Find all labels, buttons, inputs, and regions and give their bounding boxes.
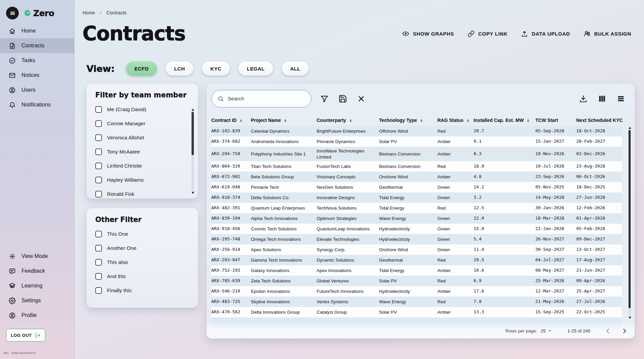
other-filter-option-finally-this[interactable]: Finally this	[95, 283, 189, 298]
sidebar-item-notifications[interactable]: Notifications	[0, 97, 74, 112]
scrollbar-thumb[interactable]	[629, 130, 631, 308]
team-filter-scrollbar[interactable]	[191, 108, 195, 194]
column-header-technology-type[interactable]: Technology Type	[379, 118, 437, 123]
sidebar-item-label: Home	[21, 28, 36, 34]
menu-button[interactable]	[6, 7, 19, 19]
table-row[interactable]: ARX-470-562Delta Innovations GroupCataly…	[211, 307, 622, 317]
download-button[interactable]	[579, 94, 588, 103]
team-filter-option-tony-mcaatee[interactable]: Tony McAatee	[95, 145, 189, 159]
checkbox-icon[interactable]	[95, 245, 102, 252]
column-header-installed-cap-est-mw[interactable]: Installed Cap. Est. MW	[474, 118, 535, 123]
clear-filters-button[interactable]	[357, 94, 366, 103]
sidebar-item-contracts[interactable]: Contracts	[0, 38, 74, 53]
checkbox-icon[interactable]	[95, 177, 102, 183]
sidebar-item-learning[interactable]: Learning	[0, 278, 74, 293]
team-filter-option-veronica-allshot[interactable]: Veronica Allshot	[95, 131, 189, 145]
column-header-contract-id[interactable]: Contract ID	[211, 118, 251, 123]
table-row[interactable]: ARX-482-391Quantum Leap EnterprisesTechN…	[211, 203, 622, 213]
sidebar-item-view-mode[interactable]: View Mode	[0, 249, 74, 264]
table-scrollbar[interactable]	[628, 127, 632, 319]
table-row[interactable]: ARX-864-320Titan Tech SolutionsFusionTec…	[211, 161, 622, 172]
table-row[interactable]: ARX-839-104Alpha Tech InnovationsOptimum…	[211, 213, 622, 224]
column-header-project-name[interactable]: Project Name	[251, 118, 317, 123]
show-graphs-button[interactable]: SHOW GRAPHS	[402, 30, 454, 37]
sidebar-item-tasks[interactable]: Tasks	[0, 53, 74, 68]
copy-link-button[interactable]: COPY LINK	[468, 30, 508, 37]
previous-page-button[interactable]	[604, 327, 611, 334]
cell-tcw-start: 15-Jan-2027	[535, 137, 576, 146]
view-tab-all[interactable]: ALL	[282, 61, 309, 76]
column-header-next-scheduled-kyc[interactable]: Next Scheduled KYC	[576, 118, 622, 123]
bulk-assign-button[interactable]: BULK ASSIGN	[584, 30, 631, 37]
checkbox-icon[interactable]	[95, 134, 102, 141]
columns-button[interactable]	[598, 94, 606, 103]
data-upload-button[interactable]: DATA UPLOAD	[521, 30, 570, 37]
table-row[interactable]: ARX-918-374Delta Solutions Co.Innovative…	[211, 192, 622, 203]
table-row[interactable]: ARX-619-048Pinnacle TechNexGen Solutions…	[211, 182, 622, 192]
table-row[interactable]: ARX-203-847Gamma Tech InnovationsDynamic…	[211, 255, 622, 265]
sidebar-item-home[interactable]: Home	[0, 24, 74, 38]
column-header-tcw-start[interactable]: TCW Start	[535, 118, 576, 123]
table-row[interactable]: ARX-752-193Galaxy InnovationsApex Innova…	[211, 265, 622, 276]
team-filter-option-me-craig-david[interactable]: Me (Craig David)	[95, 102, 189, 117]
scroll-up-icon[interactable]	[629, 127, 631, 129]
other-filter-option-this-also[interactable]: This also	[95, 255, 189, 269]
checkbox-icon[interactable]	[95, 191, 102, 197]
checkbox-icon[interactable]	[95, 287, 102, 294]
cell-rag-status: Green	[437, 214, 474, 223]
checkbox-icon[interactable]	[95, 148, 102, 155]
table-row[interactable]: ARX-102-839Celestial DynamicsBrightFutur…	[211, 126, 622, 136]
checkbox-icon[interactable]	[95, 259, 102, 266]
table-row[interactable]: ARX-672-981Beta Solutions GroupVisionary…	[211, 172, 622, 182]
column-header-rag-status[interactable]: RAG Status	[437, 118, 474, 123]
checkbox-icon[interactable]	[95, 273, 102, 280]
cell-installed-cap-est-mw: 17.6	[474, 287, 535, 296]
view-tab-legal[interactable]: LEGAL	[238, 61, 273, 76]
table-row[interactable]: ARX-295-748Omega Tech InnovationsElevate…	[211, 234, 622, 244]
sidebar-item-label: Contracts	[21, 43, 44, 49]
team-filter-option-ronald-fisk[interactable]: Ronald Fisk	[95, 187, 189, 198]
checkbox-icon[interactable]	[95, 120, 102, 127]
logout-button[interactable]: LOG OUT	[6, 329, 45, 342]
sidebar-item-profile[interactable]: Profile	[0, 308, 74, 323]
scroll-up-icon[interactable]	[192, 108, 194, 111]
breadcrumb-home[interactable]: Home	[83, 10, 95, 15]
table-row[interactable]: ARX-483-725Skyline InnovationsVertex Sys…	[211, 297, 622, 307]
checkbox-icon[interactable]	[95, 231, 102, 237]
other-filter-option-this-one[interactable]: This One	[95, 227, 189, 241]
cell-project-name: Polyphony Industries Site 1	[251, 150, 317, 159]
team-filter-option-linford-christie[interactable]: Linford Christie	[95, 159, 189, 173]
sidebar-item-users[interactable]: Users	[0, 83, 74, 97]
view-tab-lch[interactable]: LCH	[166, 61, 193, 76]
save-view-button[interactable]	[338, 94, 347, 103]
table-row[interactable]: ARX-256-914Apex SolutionsSynergy Corp.On…	[211, 244, 622, 255]
cell-contract-id: ARX-295-748	[211, 235, 251, 243]
team-filter-option-connie-manager[interactable]: Connie Manager	[95, 117, 189, 131]
rows-per-page-select[interactable]: 25	[541, 328, 552, 333]
scrollbar-thumb[interactable]	[192, 112, 194, 155]
sidebar-item-notices[interactable]: Notices	[0, 68, 74, 83]
table-row[interactable]: ARX-294-758Polyphony Industries Site 1In…	[211, 147, 622, 161]
column-header-counterparty[interactable]: Counterparty	[317, 118, 379, 123]
scroll-down-icon[interactable]	[629, 317, 631, 319]
sidebar-item-settings[interactable]: Settings	[0, 293, 74, 308]
other-filter-option-and-this[interactable]: And this	[95, 269, 189, 283]
sidebar-item-feedback[interactable]: Feedback	[0, 264, 74, 278]
table-row[interactable]: ARX-374-682Andromeda InnovationsPinnacle…	[211, 136, 622, 147]
table-row[interactable]: ARX-918-456Cosmic Tech SolutionsQuantumL…	[211, 224, 622, 234]
checkbox-icon[interactable]	[95, 163, 102, 169]
search-box[interactable]	[211, 90, 311, 107]
other-filter-option-another-one[interactable]: Another One	[95, 241, 189, 255]
filter-button[interactable]	[320, 94, 329, 103]
search-input[interactable]	[228, 96, 305, 102]
scroll-down-icon[interactable]	[192, 192, 194, 194]
view-tab-ecfd[interactable]: ECFD	[126, 61, 157, 76]
table-row[interactable]: ARX-546-210Epsilon InnovationsFutureTech…	[211, 286, 622, 297]
table-row[interactable]: ARX-785-639Zeta Tech SolutionsGlobal Ven…	[211, 276, 622, 286]
checkbox-icon[interactable]	[95, 106, 102, 113]
checkbox-label: Hayley Williams	[107, 177, 144, 183]
next-page-button[interactable]	[621, 327, 628, 334]
density-button[interactable]	[616, 94, 625, 103]
team-filter-option-hayley-williams[interactable]: Hayley Williams	[95, 173, 189, 187]
view-tab-kyc[interactable]: KYC	[202, 61, 230, 76]
